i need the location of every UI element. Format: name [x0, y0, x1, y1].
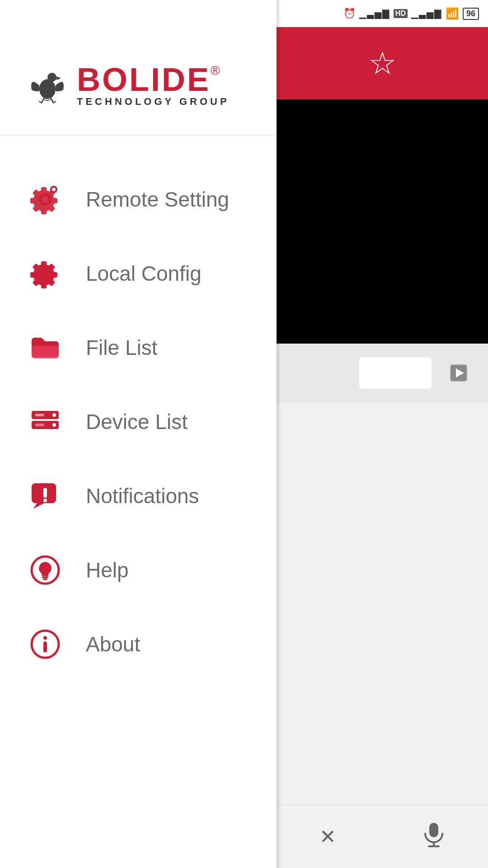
sidebar-item-about[interactable]: About	[0, 607, 277, 681]
signal-bars-2-icon: ▁▃▅▇	[411, 8, 442, 19]
logo-area: BOLIDE ® TECHNOLOGY GROUP	[0, 0, 277, 135]
control-input-box[interactable]	[359, 357, 432, 389]
svg-line-7	[53, 101, 56, 103]
file-list-label: File List	[86, 335, 157, 360]
bottom-bar: ✕	[277, 805, 488, 868]
sidebar-item-file-list[interactable]: File List	[0, 311, 277, 385]
svg-point-0	[39, 79, 56, 99]
main-content-area	[277, 402, 488, 805]
help-label: Help	[86, 558, 129, 582]
svg-line-5	[39, 101, 42, 103]
red-header-bar: ☆	[277, 27, 488, 99]
svg-point-27	[43, 636, 47, 640]
sidebar-shadow	[277, 0, 281, 868]
right-panel: ⏰ ▁▃▅▇ HD ▁▃▅▇ 📶 96 ☆	[277, 0, 488, 868]
svg-point-13	[52, 413, 56, 417]
hd-badge: HD	[394, 9, 408, 18]
mic-button[interactable]	[422, 821, 445, 853]
star-icon[interactable]: ☆	[368, 45, 397, 82]
video-playback-button[interactable]	[438, 357, 479, 389]
svg-point-14	[52, 423, 56, 427]
svg-marker-2	[56, 76, 61, 80]
video-area	[277, 99, 488, 344]
svg-line-6	[41, 103, 42, 104]
svg-point-10	[52, 188, 56, 191]
local-config-label: Local Config	[86, 261, 202, 286]
server-icon	[27, 404, 63, 440]
svg-rect-16	[35, 424, 44, 426]
status-bar: ⏰ ▁▃▅▇ HD ▁▃▅▇ 📶 96	[277, 0, 488, 27]
bell-alert-icon	[27, 478, 63, 514]
sidebar: BOLIDE ® TECHNOLOGY GROUP	[0, 0, 277, 868]
device-list-label: Device List	[86, 410, 188, 434]
gear-cog-icon	[27, 181, 63, 217]
sidebar-item-notifications[interactable]: Notifications	[0, 459, 277, 533]
control-bar	[277, 344, 488, 402]
registered-mark: ®	[211, 63, 220, 78]
battery-icon: 96	[463, 8, 479, 20]
sidebar-item-device-list[interactable]: Device List	[0, 385, 277, 459]
eagle-logo-icon	[27, 67, 68, 104]
svg-line-4	[51, 98, 53, 103]
main-menu: Remote Setting Local Config	[0, 135, 277, 868]
svg-rect-25	[43, 579, 47, 580]
svg-marker-20	[33, 503, 44, 509]
svg-point-22	[43, 499, 47, 502]
status-icons: ⏰ ▁▃▅▇ HD ▁▃▅▇ 📶 96	[343, 7, 479, 20]
svg-line-3	[42, 98, 44, 103]
notifications-label: Notifications	[86, 484, 199, 508]
lightbulb-icon	[27, 552, 63, 588]
sidebar-item-remote-setting[interactable]: Remote Setting	[0, 162, 277, 236]
folder-icon	[27, 330, 63, 366]
logo-text: BOLIDE ® TECHNOLOGY GROUP	[77, 63, 230, 108]
sidebar-item-help[interactable]: Help	[0, 533, 277, 607]
gear-simple-icon	[27, 255, 63, 292]
svg-point-1	[47, 73, 56, 82]
close-button[interactable]: ✕	[319, 825, 336, 848]
sidebar-item-local-config[interactable]: Local Config	[0, 236, 277, 311]
signal-bars-icon: ▁▃▅▇	[359, 8, 390, 19]
alarm-icon: ⏰	[343, 8, 356, 19]
svg-rect-28	[43, 642, 47, 652]
svg-rect-24	[42, 576, 48, 578]
svg-line-8	[53, 103, 54, 104]
remote-setting-label: Remote Setting	[86, 187, 229, 212]
svg-rect-21	[43, 488, 47, 498]
info-circle-icon	[27, 626, 63, 662]
brand-subtitle: TECHNOLOGY GROUP	[77, 96, 230, 108]
about-label: About	[86, 632, 140, 656]
logo-container: BOLIDE ® TECHNOLOGY GROUP	[27, 63, 249, 108]
svg-rect-32	[429, 823, 438, 837]
brand-name: BOLIDE	[77, 63, 211, 96]
wifi-icon: 📶	[446, 7, 459, 20]
